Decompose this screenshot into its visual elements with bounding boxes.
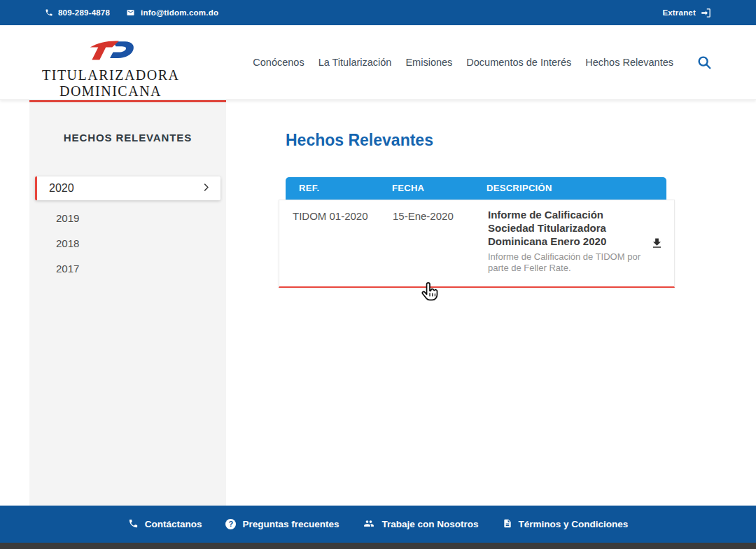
row-ref: TIDOM 01-2020 — [293, 210, 368, 222]
nav-item-la-titularizacion[interactable]: La Titularización — [318, 57, 392, 68]
row-descripcion: Informe de Calificación Sociedad Titular… — [488, 208, 646, 274]
extranet-label: Extranet — [662, 8, 696, 17]
sidebar-year-list: 2019 2018 2017 — [29, 205, 226, 281]
table-header-fecha: FECHA — [392, 177, 424, 200]
topbar-contacts: 809-289-4878 info@tidom.com.do — [45, 8, 218, 17]
question-circle-icon: ? — [225, 519, 236, 529]
row-fecha: 15-Ene-2020 — [393, 210, 454, 222]
download-icon[interactable] — [650, 237, 664, 253]
phone-icon — [45, 8, 53, 17]
nav-item-documentos-de-interes[interactable]: Documentos de Interés — [466, 57, 571, 68]
table-header-descripcion: DESCRIPCIÓN — [486, 177, 552, 200]
footer-item-label: Contáctanos — [145, 519, 202, 529]
topbar-email[interactable]: info@tidom.com.do — [125, 8, 218, 17]
row-descripcion-title: Informe de Calificación Sociedad Titular… — [488, 208, 646, 249]
sidebar: HECHOS RELEVANTES 2020 2019 2018 2017 — [29, 100, 226, 506]
footer-item-terminos-y-condiciones[interactable]: Términos y Condiciones — [503, 518, 629, 531]
extranet-link[interactable]: Extranet — [662, 8, 711, 18]
topbar: 809-289-4878 info@tidom.com.do Extranet — [0, 0, 756, 25]
chevron-right-icon — [201, 182, 211, 195]
footer-item-contactanos[interactable]: Contáctanos — [128, 518, 202, 531]
page: 809-289-4878 info@tidom.com.do Extranet … — [0, 0, 756, 549]
topbar-phone[interactable]: 809-289-4878 — [45, 8, 110, 17]
topbar-phone-label: 809-289-4878 — [58, 8, 110, 17]
td-logo-icon — [85, 36, 136, 64]
logo-line1: TITULARIZADORA — [42, 68, 179, 83]
main-nav: Conócenos La Titularización Emisiones Do… — [253, 25, 712, 99]
table-row[interactable]: TIDOM 01-2020 15-Ene-2020 Informe de Cal… — [279, 200, 675, 288]
footer-item-label: Términos y Condiciones — [519, 519, 629, 529]
sidebar-item-2018[interactable]: 2018 — [29, 230, 226, 256]
envelope-icon — [125, 8, 136, 17]
topbar-email-label: info@tidom.com.do — [141, 8, 218, 17]
users-icon — [363, 518, 375, 531]
footer-item-label: Preguntas frecuentes — [242, 519, 339, 529]
search-icon[interactable] — [696, 55, 712, 70]
site-header: TITULARIZADORA DOMINICANA Conócenos La T… — [0, 25, 756, 100]
sidebar-item-2020-label: 2020 — [49, 182, 74, 195]
page-title: Hechos Relevantes — [286, 131, 433, 150]
nav-item-hechos-relevantes[interactable]: Hechos Relevantes — [585, 57, 673, 68]
sidebar-title: HECHOS RELEVANTES — [29, 132, 226, 144]
nav-item-emisiones[interactable]: Emisiones — [405, 57, 452, 68]
nav-item-conocenos[interactable]: Conócenos — [253, 57, 304, 68]
hand-pointer-cursor — [419, 281, 441, 305]
footer-item-preguntas-frecuentes[interactable]: ? Preguntas frecuentes — [225, 519, 339, 529]
phone-icon — [128, 518, 139, 531]
logo-line2: DOMINICANA — [42, 84, 179, 99]
table-header-ref: REF. — [299, 177, 319, 200]
table-header: REF. FECHA DESCRIPCIÓN — [286, 177, 666, 200]
footer-item-label: Trabaje con Nosotros — [382, 519, 478, 529]
document-icon — [503, 518, 512, 531]
sidebar-item-2017[interactable]: 2017 — [29, 256, 226, 281]
sidebar-item-2020[interactable]: 2020 — [35, 176, 220, 200]
footer: Contáctanos ? Preguntas frecuentes Traba… — [0, 506, 756, 543]
row-descripcion-text: Informe de Calificación de TIDOM por par… — [488, 251, 646, 275]
sign-in-icon — [701, 8, 711, 18]
bottom-strip — [0, 543, 756, 549]
sidebar-item-2019[interactable]: 2019 — [29, 205, 226, 230]
site-logo[interactable]: TITULARIZADORA DOMINICANA — [42, 36, 179, 99]
content-area: HECHOS RELEVANTES 2020 2019 2018 2017 He… — [0, 100, 756, 506]
footer-item-trabaje-con-nosotros[interactable]: Trabaje con Nosotros — [363, 518, 478, 531]
main-panel: Hechos Relevantes REF. FECHA DESCRIPCIÓN… — [279, 100, 675, 506]
